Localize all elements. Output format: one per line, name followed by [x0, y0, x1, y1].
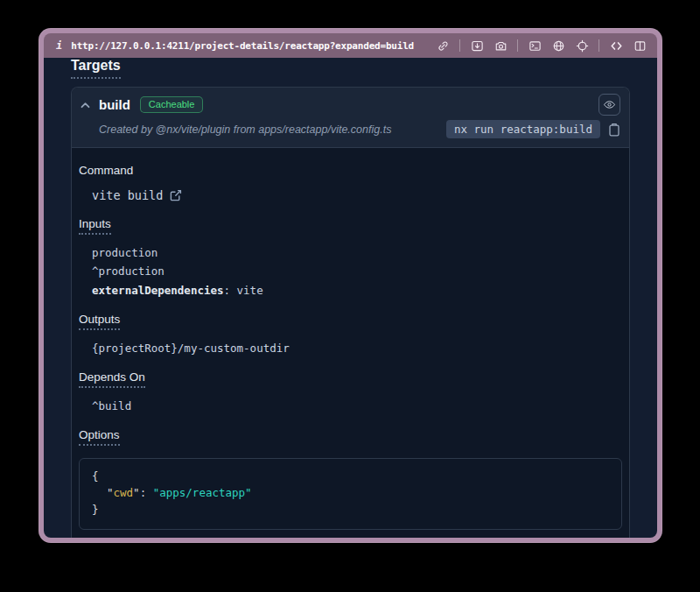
input-item: ^production — [92, 264, 622, 278]
copy-command-button[interactable] — [608, 123, 620, 137]
address-bar[interactable]: http://127.0.0.1:4211/project-details/re… — [71, 40, 414, 52]
section-heading-inputs: Inputs — [79, 217, 111, 235]
options-json-block: { "cwd": "apps/reactapp" } — [79, 458, 622, 529]
target-locator-icon[interactable] — [575, 39, 589, 53]
section-heading-depends-on: Depends On — [79, 370, 145, 388]
section-heading-outputs: Outputs — [79, 313, 120, 330]
external-link-icon — [170, 189, 182, 201]
created-by-text: Created by @nx/vite/plugin from apps/rea… — [99, 123, 391, 136]
link-icon[interactable] — [436, 39, 450, 53]
json-key: cwd — [114, 486, 134, 499]
input-item-external-dependencies: externalDependencies: vite — [92, 283, 622, 298]
split-panel-icon[interactable] — [633, 39, 647, 53]
target-card-build: build Cacheable Created by @nx/vite/plug… — [71, 87, 630, 538]
section-heading-command: Command — [79, 164, 133, 177]
toolbar-separator — [459, 39, 460, 52]
cacheable-badge: Cacheable — [140, 96, 204, 114]
json-line: } — [92, 502, 609, 518]
chevron-up-icon[interactable] — [80, 99, 91, 110]
save-capture-icon[interactable] — [470, 39, 484, 53]
project-details-page: Targets build Cacheable — [44, 58, 657, 538]
clipboard-icon — [608, 123, 620, 137]
globe-icon[interactable] — [551, 39, 565, 53]
terminal-icon[interactable] — [528, 39, 542, 53]
input-item: production — [92, 245, 622, 260]
command-value: vite build — [92, 188, 163, 202]
toolbar-separator — [517, 39, 518, 52]
view-target-graph-button[interactable] — [598, 94, 620, 116]
run-command-chip: nx run reactapp:build — [446, 120, 600, 138]
build-card-header[interactable]: build Cacheable Created by @nx/vite/plug… — [72, 88, 629, 148]
browser-toolbar: i http://127.0.0.1:4211/project-details/… — [44, 33, 657, 58]
command-link[interactable]: vite build — [92, 188, 182, 202]
code-icon[interactable] — [609, 39, 623, 53]
section-heading-options: Options — [79, 428, 120, 446]
build-card-body: Command vite build Inputs production ^pr… — [72, 148, 629, 538]
page-title: Targets — [71, 58, 121, 79]
info-icon: i — [56, 39, 62, 52]
eye-icon — [603, 98, 616, 111]
depends-on-item: ^build — [92, 398, 622, 413]
output-item: {projectRoot}/my-custom-outdir — [92, 341, 622, 356]
json-string-value: "apps/reactapp" — [153, 486, 252, 499]
json-line: "cwd": "apps/reactapp" — [92, 485, 609, 502]
json-line: { — [92, 469, 609, 485]
browser-window: i http://127.0.0.1:4211/project-details/… — [38, 28, 662, 543]
toolbar-separator — [598, 39, 599, 52]
camera-icon[interactable] — [494, 39, 508, 53]
target-name-build: build — [99, 97, 130, 112]
